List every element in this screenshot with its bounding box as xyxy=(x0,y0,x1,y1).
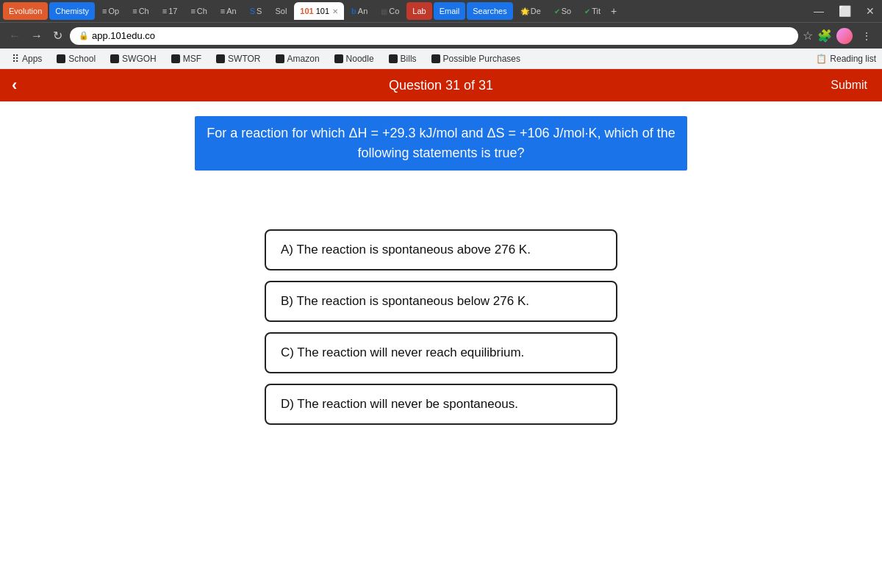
content-area: ‹ Question 31 of 31 Submit For a reactio… xyxy=(0,69,882,588)
bookmark-msf-label: MSF xyxy=(183,54,201,64)
tab-tit[interactable]: ✔ Tit xyxy=(578,2,606,20)
tab-s[interactable]: S S xyxy=(244,2,268,20)
tab-evolution[interactable]: Evolution xyxy=(3,2,48,20)
address-text: app.101edu.co xyxy=(92,30,155,41)
refresh-button[interactable]: ↻ xyxy=(50,29,65,43)
bookmark-purchases-label: Possible Purchases xyxy=(443,54,520,64)
noodle-favicon xyxy=(334,54,343,63)
tab-s-icon: S xyxy=(250,7,255,15)
tab-an[interactable]: ≡ An xyxy=(215,2,243,20)
tab-17-icon: ≡ xyxy=(162,7,167,15)
tab-searches[interactable]: Searches xyxy=(467,2,512,20)
purchases-favicon xyxy=(431,54,440,63)
reading-list-label: Reading list xyxy=(830,54,876,64)
tab-17[interactable]: ≡ 17 xyxy=(157,2,184,20)
tab-op-label: Op xyxy=(109,7,120,15)
profile-avatar[interactable] xyxy=(836,28,853,44)
tab-b-an[interactable]: b An xyxy=(345,2,373,20)
answer-option-d[interactable]: D) The reaction will never be spontaneou… xyxy=(265,384,617,425)
address-input-box[interactable]: 🔒 app.101edu.co xyxy=(70,27,798,45)
tab-ch2-label: Ch xyxy=(197,7,207,15)
tab-17-label: 17 xyxy=(168,7,177,15)
bookmark-school-label: School xyxy=(68,54,96,64)
bills-favicon xyxy=(389,54,398,63)
tab-so-icon: ✔ xyxy=(554,7,560,15)
browser-chrome: Evolution Chemisty ≡ Op ≡ Ch ≡ 17 ≡ Ch ≡… xyxy=(0,0,882,69)
question-text-line1: For a reaction for which ΔH = +29.3 kJ/m… xyxy=(207,123,675,143)
submit-button[interactable]: Submit xyxy=(831,79,867,92)
bookmark-msf[interactable]: MSF xyxy=(165,52,207,65)
minimize-button[interactable]: — xyxy=(809,5,828,17)
tab-b-an-label: An xyxy=(358,7,368,15)
tab-searches-label: Searches xyxy=(473,7,506,15)
bookmark-noodle[interactable]: Noodle xyxy=(329,52,380,65)
tab-so[interactable]: ✔ So xyxy=(548,2,577,20)
swgoh-favicon xyxy=(110,54,119,63)
tab-tit-icon: ✔ xyxy=(584,7,590,15)
bookmark-bills-label: Bills xyxy=(401,54,417,64)
question-body: For a reaction for which ΔH = +29.3 kJ/m… xyxy=(0,101,882,588)
tab-101-close[interactable]: ✕ xyxy=(332,7,338,15)
bookmark-apps[interactable]: ⠿ Apps xyxy=(6,51,48,66)
apps-grid-icon: ⠿ xyxy=(12,53,19,65)
msf-favicon xyxy=(171,54,180,63)
tab-sol-label: Sol xyxy=(275,7,287,15)
reading-list-button[interactable]: 📋 Reading list xyxy=(816,54,876,64)
bookmark-amazon[interactable]: Amazon xyxy=(270,52,326,65)
bookmark-swtor[interactable]: SWTOR xyxy=(210,52,266,65)
tab-de-label: De xyxy=(531,7,541,15)
new-tab-button[interactable]: + xyxy=(608,5,620,17)
tab-de[interactable]: 🌟 De xyxy=(514,2,547,20)
tab-co-label: Co xyxy=(389,7,399,15)
tab-email-label: Email xyxy=(440,7,460,15)
lock-icon: 🔒 xyxy=(79,31,89,40)
maximize-button[interactable]: ⬜ xyxy=(834,5,856,17)
answer-option-c[interactable]: C) The reaction will never reach equilib… xyxy=(265,332,617,373)
tab-bar: Evolution Chemisty ≡ Op ≡ Ch ≡ 17 ≡ Ch ≡… xyxy=(0,0,882,22)
bookmark-possible-purchases[interactable]: Possible Purchases xyxy=(426,52,526,65)
question-text-box: For a reaction for which ΔH = +29.3 kJ/m… xyxy=(195,116,686,171)
tab-an-label: An xyxy=(226,7,236,15)
tab-ch1-icon: ≡ xyxy=(132,7,137,15)
tab-sol[interactable]: Sol xyxy=(269,2,293,20)
tab-lab-label: Lab xyxy=(412,7,426,15)
reading-list-icon: 📋 xyxy=(816,54,827,64)
profile-extensions-icon[interactable]: 🧩 xyxy=(817,29,832,43)
tab-s-label: S xyxy=(257,7,262,15)
window-controls: — ⬜ ✕ xyxy=(809,5,879,17)
close-button[interactable]: ✕ xyxy=(861,5,879,17)
bookmark-noodle-label: Noodle xyxy=(346,54,374,64)
amazon-favicon xyxy=(276,54,284,63)
answer-option-a[interactable]: A) The reaction is spontaneous above 276… xyxy=(265,229,617,270)
bookmark-school[interactable]: School xyxy=(51,52,101,65)
tab-co[interactable]: ▦ Co xyxy=(375,2,405,20)
tab-de-icon: 🌟 xyxy=(520,7,529,15)
tab-lab[interactable]: Lab xyxy=(406,2,431,20)
tab-ch1[interactable]: ≡ Ch xyxy=(126,2,154,20)
tab-101[interactable]: 101 101 ✕ xyxy=(294,2,344,20)
bookmark-bills[interactable]: Bills xyxy=(383,52,423,65)
tab-email[interactable]: Email xyxy=(434,2,466,20)
tab-b-an-icon: b xyxy=(351,7,356,15)
swtor-favicon xyxy=(216,54,225,63)
tab-chemistry[interactable]: Chemisty xyxy=(49,2,95,20)
tab-op[interactable]: ≡ Op xyxy=(96,2,125,20)
bookmark-amazon-label: Amazon xyxy=(287,54,320,64)
forward-button[interactable]: → xyxy=(28,29,46,43)
bookmark-star-icon[interactable]: ☆ xyxy=(803,29,813,43)
address-bar: ← → ↻ 🔒 app.101edu.co ☆ 🧩 ⋮ xyxy=(0,22,882,49)
tab-chemistry-label: Chemisty xyxy=(55,7,89,15)
back-question-button[interactable]: ‹ xyxy=(12,76,17,95)
back-button[interactable]: ← xyxy=(6,29,24,43)
answer-option-b[interactable]: B) The reaction is spontaneous below 276… xyxy=(265,281,617,322)
tab-ch1-label: Ch xyxy=(139,7,149,15)
bookmark-swtor-label: SWTOR xyxy=(228,54,260,64)
question-text-line2: following statements is true? xyxy=(207,143,675,163)
bookmark-swgoh-label: SWGOH xyxy=(122,54,157,64)
tab-101-favicon: 101 xyxy=(300,7,313,15)
answers-container: A) The reaction is spontaneous above 276… xyxy=(265,229,617,425)
menu-button[interactable]: ⋮ xyxy=(857,30,876,42)
tab-ch2[interactable]: ≡ Ch xyxy=(184,2,212,20)
bookmark-swgoh[interactable]: SWGOH xyxy=(104,52,162,65)
tab-co-icon: ▦ xyxy=(381,7,387,15)
